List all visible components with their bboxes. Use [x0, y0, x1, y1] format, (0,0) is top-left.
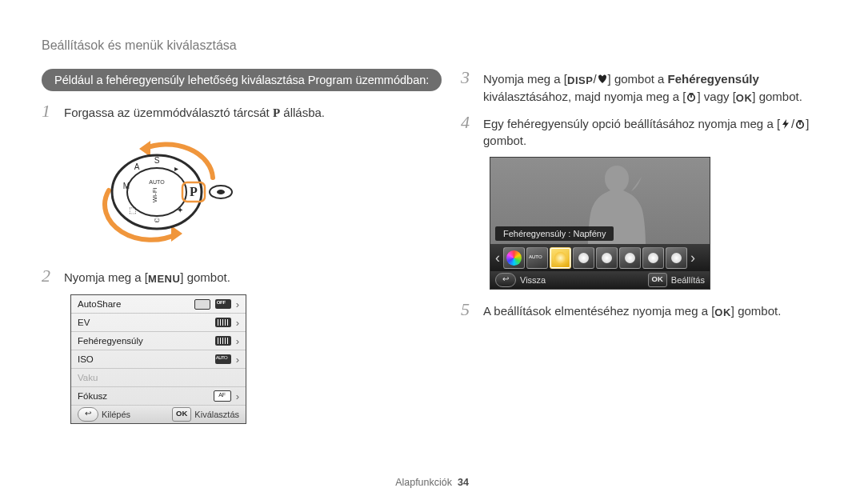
timer-icon	[794, 116, 806, 126]
step-number: 5	[461, 301, 475, 318]
menu-footer-select: Kiválasztás	[194, 410, 239, 419]
menu-item-flash: Vaku	[71, 369, 246, 387]
flash-icon	[780, 116, 791, 126]
back-key-icon: ↩	[495, 273, 516, 287]
wb-footer: ↩Vissza OKBeállítás	[490, 271, 710, 289]
svg-text:P: P	[190, 185, 198, 198]
step-5-text-pre: A beállítások elmentéséhez nyomja meg a …	[483, 304, 714, 318]
menu-item-whitebalance: Fehéregyensúly ›	[71, 332, 246, 350]
chevron-right-icon: ›	[236, 317, 239, 329]
af-icon	[214, 390, 231, 402]
iso-auto-icon	[215, 354, 231, 364]
step-number: 2	[42, 267, 56, 285]
scale-icon	[215, 318, 231, 327]
wb-footer-back: Vissza	[520, 275, 546, 285]
timer-icon	[686, 89, 697, 98]
footer-section: Alapfunkciók	[395, 477, 452, 488]
menu-item-iso: ISO ›	[71, 350, 246, 369]
menu-key-icon: MENU	[148, 272, 180, 286]
chevron-right-icon: ›	[689, 250, 697, 266]
svg-text:☺: ☺	[153, 215, 161, 224]
section-header: Beállítások és menük kiválasztása	[42, 38, 822, 53]
step-1: 1 Forgassa az üzemmódválasztó tárcsát P …	[42, 102, 418, 122]
macro-icon	[597, 71, 608, 81]
page-footer: Alapfunkciók 34	[0, 477, 864, 488]
svg-text:▸: ▸	[174, 164, 178, 173]
wb-footer-set: Beállítás	[671, 275, 705, 285]
camera-icon	[194, 299, 210, 310]
step-5: 5 A beállítások elmentéséhez nyomja meg …	[461, 301, 822, 320]
menu-item-ev: EV ›	[71, 314, 246, 332]
chevron-right-icon: ›	[236, 298, 239, 310]
step-4: 4 Egy fehéregyensúly opció beállításához…	[461, 114, 822, 149]
ok-key-icon: OK	[736, 91, 753, 106]
step-4-text-pre: Egy fehéregyensúly opció beállításához n…	[483, 117, 780, 130]
wb-cloudy-icon	[573, 247, 594, 269]
wb-fluorescent-l-icon	[619, 247, 641, 269]
wb-tungsten-icon	[642, 247, 664, 269]
left-column: Például a fehéregyensúly lehetőség kivál…	[42, 69, 418, 424]
menu-footer: ↩Kilépés OKKiválasztás	[71, 406, 246, 423]
step-number: 4	[461, 114, 475, 131]
step-5-text-post: ] gombot.	[731, 304, 782, 318]
svg-text:⬚: ⬚	[129, 206, 136, 214]
svg-text:M: M	[123, 182, 130, 190]
menu-screenshot: AutoShare › EV › Fehéregyensúly › ISO › …	[70, 294, 246, 424]
menu-footer-exit: Kilépés	[102, 410, 130, 419]
step-2-text-pre: Nyomja meg a [	[64, 270, 148, 284]
ok-key-icon: OK	[648, 273, 667, 287]
wb-daylight-icon	[550, 247, 571, 269]
wb-awb-icon	[503, 247, 525, 269]
right-column: 3 Nyomja meg a [DISP/] gombot a Fehéregy…	[461, 69, 822, 424]
mode-p-glyph: P	[273, 106, 280, 119]
svg-marker-0	[139, 141, 150, 157]
step-3: 3 Nyomja meg a [DISP/] gombot a Fehéregy…	[461, 69, 822, 106]
step-1-text-post: állásba.	[280, 106, 325, 119]
menu-item-focus: Fókusz ›	[71, 387, 246, 406]
wb-fluorescent-h-icon	[596, 247, 618, 269]
wb-auto-icon	[526, 247, 548, 269]
svg-text:✦: ✦	[177, 206, 183, 214]
menu-item-autoshare: AutoShare ›	[71, 295, 246, 314]
wb-option-strip: ‹ ›	[490, 244, 710, 271]
chevron-right-icon: ›	[236, 335, 239, 347]
chevron-left-icon: ‹	[494, 250, 502, 266]
step-number: 1	[42, 102, 56, 120]
chevron-right-icon: ›	[236, 354, 239, 366]
ok-key-icon: OK	[714, 306, 731, 320]
step-2-text-post: ] gombot.	[180, 270, 230, 284]
wb-value-label: Fehéregyensúly : Napfény	[495, 226, 614, 241]
step-number: 3	[461, 69, 475, 86]
mode-dial-illustration: S ▸ A M ⬚ ☺ ✦ P Wi-Fi	[70, 130, 278, 258]
svg-text:S: S	[154, 156, 160, 165]
disp-key-icon: DISP	[567, 74, 593, 88]
off-icon	[215, 299, 231, 309]
svg-point-14	[217, 190, 225, 194]
svg-text:AUTO: AUTO	[149, 179, 165, 185]
wb-icon	[215, 336, 231, 346]
ok-key-icon: OK	[172, 407, 191, 422]
svg-text:A: A	[134, 162, 140, 171]
wb-custom-icon	[666, 247, 687, 269]
chevron-right-icon: ›	[236, 390, 239, 402]
whitebalance-bold: Fehéregyensúly	[668, 72, 759, 86]
step-2: 2 Nyomja meg a [MENU] gombot.	[42, 267, 418, 286]
step-1-text-pre: Forgassa az üzemmódválasztó tárcsát	[64, 106, 273, 119]
back-key-icon: ↩	[78, 407, 98, 422]
footer-page-number: 34	[458, 477, 469, 488]
svg-text:Wi-Fi: Wi-Fi	[151, 187, 158, 202]
svg-marker-1	[171, 226, 182, 242]
step-3-text-pre: Nyomja meg a [	[483, 72, 567, 86]
example-heading: Például a fehéregyensúly lehetőség kivál…	[42, 69, 442, 91]
wb-screenshot: Fehéregyensúly : Napfény ‹ › ↩Vissza	[490, 157, 710, 290]
